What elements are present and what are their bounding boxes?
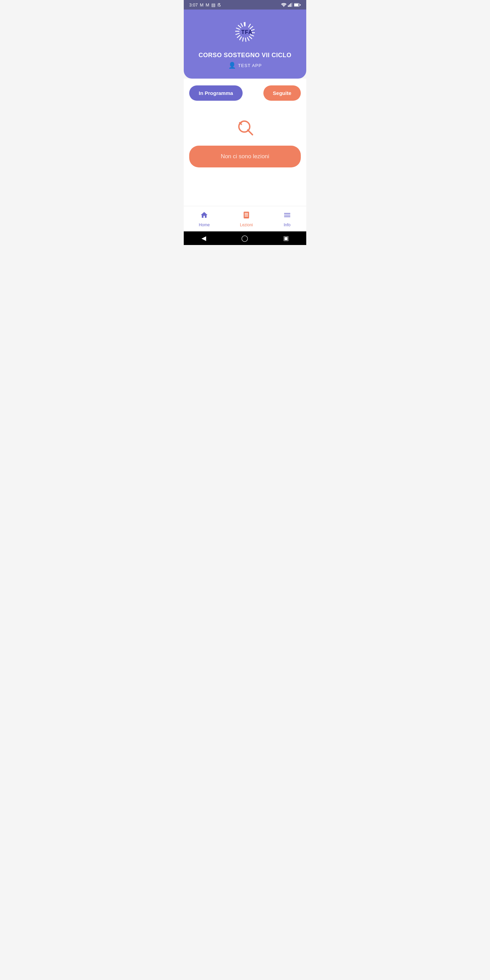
nav-lezioni[interactable]: Lezioni xyxy=(233,210,259,229)
svg-line-14 xyxy=(249,37,252,39)
nav-info-label: Info xyxy=(284,223,291,227)
svg-line-9 xyxy=(249,24,250,27)
svg-line-19 xyxy=(237,35,240,38)
svg-line-20 xyxy=(236,33,239,35)
mail-icon-1: M xyxy=(200,2,204,8)
status-bar: 3:07 M M ▤ ẞ xyxy=(184,0,306,10)
svg-rect-3 xyxy=(290,3,291,7)
svg-rect-6 xyxy=(294,4,298,6)
svg-line-24 xyxy=(240,24,243,27)
nav-home-label: Home xyxy=(199,223,210,227)
svg-line-28 xyxy=(248,130,253,135)
svg-line-23 xyxy=(238,25,241,27)
in-programma-button[interactable]: In Programma xyxy=(189,86,243,101)
bottom-nav: Home Lezioni Info xyxy=(184,206,306,231)
info-menu-icon xyxy=(283,211,291,221)
svg-point-0 xyxy=(283,6,284,7)
seguite-button[interactable]: Seguite xyxy=(263,86,301,101)
svg-line-22 xyxy=(236,28,240,29)
wifi-icon xyxy=(281,3,286,7)
main-content: In Programma Seguite Non ci sono lezioni xyxy=(184,79,306,206)
svg-rect-2 xyxy=(289,5,290,7)
account-icon: 👤 xyxy=(228,62,236,69)
book-icon xyxy=(242,211,250,221)
clipboard-icon: ▤ xyxy=(211,2,215,8)
nav-info[interactable]: Info xyxy=(276,210,298,229)
home-icon xyxy=(200,211,208,221)
battery-icon xyxy=(294,3,301,7)
filter-buttons: In Programma Seguite xyxy=(189,86,301,101)
extra-icon: ẞ xyxy=(218,2,221,8)
status-time: 3:07 xyxy=(189,2,198,8)
logo-container: TFA xyxy=(231,18,259,46)
nav-home[interactable]: Home xyxy=(192,210,216,229)
status-bar-right xyxy=(281,3,301,7)
svg-line-18 xyxy=(240,37,241,40)
empty-state: Non ci sono lezioni xyxy=(189,117,301,167)
home-button[interactable]: ◯ xyxy=(241,234,248,242)
nav-lezioni-label: Lezioni xyxy=(240,223,253,227)
svg-rect-1 xyxy=(288,5,289,7)
signal-icon xyxy=(288,3,293,7)
svg-line-16 xyxy=(245,38,247,41)
course-title: CORSO SOSTEGNO VII CICLO xyxy=(198,52,291,59)
android-nav-bar: ◀ ◯ ▣ xyxy=(184,231,306,245)
svg-line-10 xyxy=(250,26,253,29)
user-name: TEST APP xyxy=(238,63,262,68)
back-button[interactable]: ◀ xyxy=(202,234,206,242)
svg-rect-4 xyxy=(292,3,293,7)
svg-line-15 xyxy=(247,37,250,40)
svg-rect-7 xyxy=(300,4,301,5)
svg-line-17 xyxy=(243,38,243,41)
svg-text:TFA: TFA xyxy=(241,29,253,35)
recents-button[interactable]: ▣ xyxy=(283,234,289,242)
no-results-icon xyxy=(235,117,255,137)
header: TFA CORSO SOSTEGNO VII CICLO 👤 TEST APP xyxy=(184,10,306,79)
tfa-logo: TFA xyxy=(231,18,259,45)
no-lessons-button: Non ci sono lezioni xyxy=(189,146,301,167)
mail-icon-2: M xyxy=(205,2,209,8)
user-info: 👤 TEST APP xyxy=(228,62,262,69)
svg-line-21 xyxy=(235,30,239,32)
status-bar-left: 3:07 M M ▤ ẞ xyxy=(189,2,221,8)
